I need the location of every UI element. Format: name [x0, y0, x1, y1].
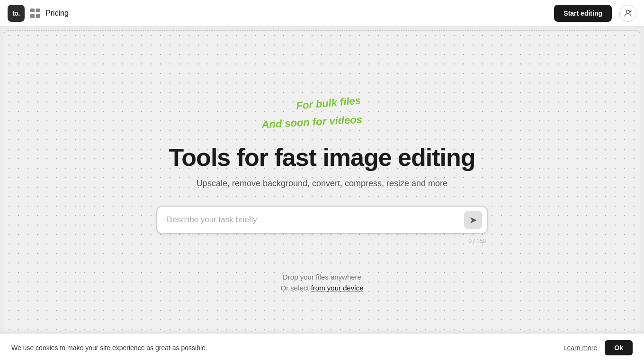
cookie-banner: We use cookies to make your site experie…: [0, 333, 644, 362]
subtitle: Upscale, remove background, convert, com…: [197, 179, 447, 189]
header-left: to. Pricing: [8, 5, 69, 22]
content-center: For bulk files And soon for videos Tools…: [133, 97, 511, 292]
drop-zone: Drop your files anywhere Or select from …: [280, 273, 363, 292]
drop-sub-prefix: Or select: [280, 284, 311, 292]
send-button[interactable]: ➤: [464, 211, 482, 229]
cookie-actions: Learn more Ok: [564, 340, 633, 355]
learn-more-link[interactable]: Learn more: [564, 344, 598, 352]
cookie-message: We use cookies to make your site experie…: [11, 344, 554, 352]
start-editing-button[interactable]: Start editing: [554, 5, 612, 22]
char-count: 0 / 150: [156, 238, 488, 244]
task-input[interactable]: [156, 206, 488, 234]
main-title: Tools for fast image editing: [169, 144, 475, 171]
grid-icon[interactable]: [30, 9, 40, 18]
task-input-wrapper: ➤: [156, 206, 488, 234]
deco-line1: For bulk files: [295, 94, 361, 113]
drop-sub-text: Or select from your device: [280, 284, 363, 292]
header-right: Start editing: [554, 5, 636, 22]
decorative-text-area: For bulk files And soon for videos: [142, 97, 502, 139]
main-area: For bulk files And soon for videos Tools…: [0, 27, 644, 362]
ok-button[interactable]: Ok: [605, 340, 633, 355]
header: to. Pricing Start editing: [0, 0, 644, 27]
drop-main-text: Drop your files anywhere: [283, 273, 361, 281]
nav-pricing-link[interactable]: Pricing: [45, 9, 69, 18]
logo-badge[interactable]: to.: [8, 5, 25, 22]
deco-line2: And soon for videos: [261, 113, 363, 132]
send-arrow-icon: ➤: [469, 214, 477, 226]
user-account-icon[interactable]: [619, 5, 636, 22]
svg-point-0: [626, 10, 630, 13]
from-device-link[interactable]: from your device: [311, 284, 364, 292]
